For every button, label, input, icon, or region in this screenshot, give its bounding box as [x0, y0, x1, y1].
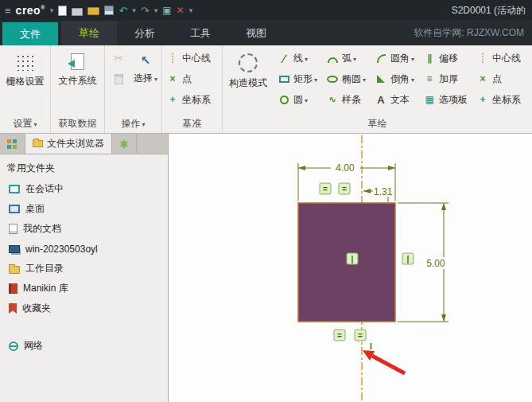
fillet-tool-button[interactable]: 圆角: [371, 48, 419, 68]
dim-width-value[interactable]: 4.00: [336, 162, 355, 174]
sketch-centerline-button[interactable]: ┊中心线: [472, 48, 526, 68]
tab-model-tree[interactable]: [0, 134, 25, 154]
group-datum: ┊中心线 ×点 +坐标系 基准: [162, 45, 223, 133]
tab-tools[interactable]: 工具: [173, 21, 228, 45]
folder-browser-label: 文件夹浏览器: [47, 137, 104, 150]
dim-offset[interactable]: 1.31: [363, 186, 393, 202]
constraint-equal-2[interactable]: =: [339, 183, 350, 194]
constraint-vertical-1[interactable]: |: [347, 253, 358, 264]
group-get-data: 文件系统 获取数据: [51, 45, 105, 133]
circle-tool-button[interactable]: 圆: [274, 89, 322, 110]
save-icon[interactable]: [104, 6, 114, 15]
sketch-viewport[interactable]: 4.00 1.31 5.00 =: [169, 134, 532, 402]
select-label: 选择: [134, 72, 157, 85]
folder-item-my-documents[interactable]: 我的文档: [0, 219, 168, 239]
open-file-icon[interactable]: [87, 7, 99, 15]
line-icon: ∕: [278, 52, 290, 64]
line-tool-button[interactable]: ∕线: [274, 48, 322, 68]
folder-item-desktop[interactable]: 桌面: [0, 199, 168, 219]
print-icon[interactable]: [72, 8, 83, 16]
construction-mode-button[interactable]: 构造模式: [223, 48, 274, 115]
new-file-icon[interactable]: [58, 6, 67, 16]
tab-file[interactable]: 文件: [2, 22, 58, 45]
circle-icon: [280, 96, 289, 104]
quick-access-caret-icon[interactable]: ▾: [189, 6, 193, 14]
sketch-canvas[interactable]: 4.00 1.31 5.00 =: [169, 134, 532, 402]
tab-favorites[interactable]: ✱: [112, 134, 137, 154]
folder-item-label: win-20230503oyl: [25, 244, 98, 255]
redo-icon[interactable]: ↷: [141, 6, 150, 16]
sketch-csys-button[interactable]: +坐标系: [472, 89, 526, 110]
settings-group-footer[interactable]: 设置: [0, 115, 50, 133]
redo-caret-icon[interactable]: ▾: [154, 6, 158, 14]
ribbon: 栅格设置 设置 文件系统 获取数据 ✂ ↖: [0, 45, 532, 134]
arc-icon: [328, 57, 338, 63]
folder-item-network[interactable]: 网络: [0, 336, 168, 356]
sketch-centerline-label: 中心线: [492, 52, 521, 65]
network-globe-icon: [9, 342, 18, 351]
ellipse-tool-button[interactable]: 椭圆: [322, 68, 371, 89]
spline-tool-button[interactable]: ∿样条: [322, 89, 371, 110]
coordinate-system-icon: +: [476, 93, 489, 106]
fillet-tool-label: 圆角: [390, 52, 414, 65]
thicken-tool-button[interactable]: ≡加厚: [419, 68, 472, 89]
chamfer-tool-button[interactable]: 倒角: [371, 68, 419, 89]
scissors-icon: ✂: [112, 52, 125, 64]
file-system-button[interactable]: 文件系统: [51, 48, 104, 115]
palette-tool-button[interactable]: ▦选项板: [419, 89, 472, 110]
desktop-icon: [9, 205, 20, 213]
paste-button[interactable]: [108, 68, 130, 89]
tab-sketch[interactable]: 草绘: [61, 21, 117, 45]
dim-offset-value[interactable]: 1.31: [374, 186, 393, 197]
svg-text:|: |: [351, 255, 354, 263]
document-title: S2D0001 (活动的: [452, 4, 526, 18]
watermark-text: 软件自学网: RJZXW.COM: [414, 21, 532, 45]
constraint-vertical-2[interactable]: |: [402, 253, 414, 264]
text-tool-button[interactable]: A文本: [371, 89, 419, 110]
folder-item-computer[interactable]: win-20230503oyl: [0, 239, 168, 259]
file-import-icon: [71, 53, 84, 70]
dim-height-value[interactable]: 5.00: [426, 258, 445, 269]
svg-text:=: =: [323, 185, 328, 193]
sketch-group-footer: 草绘: [223, 115, 532, 133]
undo-icon[interactable]: ↶: [118, 6, 127, 16]
datum-point-button[interactable]: ×点: [162, 68, 216, 89]
folder-item-label: Manikin 库: [23, 282, 68, 295]
tab-view[interactable]: 视图: [228, 21, 284, 45]
tab-folder-browser[interactable]: 文件夹浏览器: [25, 134, 112, 154]
get-data-group-footer: 获取数据: [51, 115, 104, 133]
spline-tool-label: 样条: [342, 93, 361, 107]
cut-button[interactable]: ✂: [108, 48, 130, 68]
ellipse-tool-label: 椭圆: [342, 72, 366, 86]
palette-tool-label: 选项板: [439, 93, 468, 107]
close-window-icon[interactable]: ✕: [177, 6, 184, 15]
select-button[interactable]: ↖ 选择: [130, 48, 161, 115]
svg-text:=: =: [342, 185, 347, 193]
tab-analysis[interactable]: 分析: [117, 21, 173, 45]
offset-tool-button[interactable]: ∥偏移: [419, 48, 472, 68]
rectangle-tool-button[interactable]: 矩形: [274, 68, 322, 89]
app-menu-icon[interactable]: ≡: [5, 5, 11, 17]
operations-group-footer[interactable]: 操作: [105, 115, 161, 133]
constraint-equal-3[interactable]: =: [334, 330, 345, 341]
arc-tool-label: 弧: [342, 52, 356, 65]
folder-item-label: 在会话中: [25, 182, 64, 196]
paste-icon: [115, 74, 123, 84]
datum-csys-button[interactable]: +坐标系: [162, 89, 216, 110]
folder-item-manikin-library[interactable]: Manikin 库: [0, 279, 168, 299]
window-switch-icon[interactable]: ▣: [162, 6, 171, 15]
logo-caret-icon[interactable]: ▾: [50, 6, 54, 14]
datum-centerline-button[interactable]: ┊中心线: [162, 48, 216, 68]
undo-caret-icon[interactable]: ▾: [132, 6, 136, 14]
sketch-point-button[interactable]: ×点: [472, 68, 526, 89]
fillet-icon: [377, 54, 386, 63]
grid-settings-button[interactable]: 栅格设置: [0, 48, 50, 115]
folder-item-favorites[interactable]: 收藏夹: [0, 299, 168, 318]
arc-tool-button[interactable]: 弧: [322, 48, 371, 68]
line-tool-label: 线: [293, 52, 308, 65]
app-name: creo: [16, 4, 41, 17]
folder-item-working-directory[interactable]: 工作目录: [0, 259, 168, 279]
folder-item-in-session[interactable]: 在会话中: [0, 179, 168, 199]
constraint-equal-1[interactable]: =: [320, 183, 331, 194]
constraint-equal-4[interactable]: =: [355, 330, 366, 341]
